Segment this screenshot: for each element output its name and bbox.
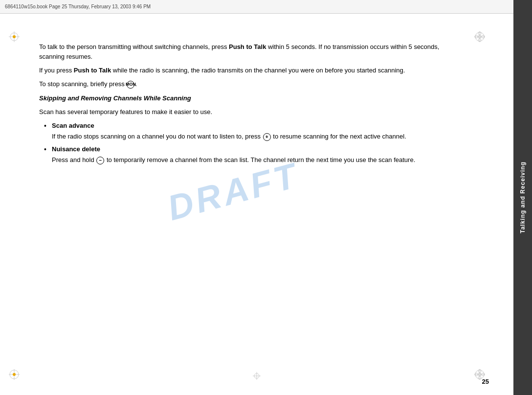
top-bar: 6864110w15o.book Page 25 Thursday, Febru…	[0, 0, 513, 14]
bullet1-text-end: to resume scanning for the next active c…	[271, 133, 406, 140]
svg-point-3	[13, 35, 16, 38]
paragraph-3: To stop scanning, briefly press MON.	[39, 79, 466, 89]
bullet2-text-end: to temporarily remove a channel from the…	[105, 156, 415, 163]
section-heading: Skipping and Removing Channels While Sca…	[39, 93, 466, 103]
bullet-item-nuisance-delete: Nuisance delete Press and hold − to temp…	[44, 144, 466, 165]
bullet1-title: Scan advance	[52, 121, 466, 131]
sidebar-label: Talking and Receiving	[519, 162, 526, 233]
bullet2-title: Nuisance delete	[52, 144, 466, 154]
paragraph-1: To talk to the person transmitting witho…	[39, 42, 466, 62]
svg-point-15	[13, 373, 16, 376]
corner-mark-bottom-left	[9, 369, 20, 381]
minus-button-icon: −	[96, 157, 104, 164]
bullet2-text-start: Press and hold	[52, 156, 96, 163]
paragraph-2: If you press Push to Talk while the radi…	[39, 66, 466, 75]
corner-mark-top-right	[474, 31, 485, 44]
bullet-item-scan-advance: Scan advance If the radio stops scanning…	[44, 121, 466, 141]
bullet1-text-start: If the radio stops scanning on a channel…	[52, 133, 263, 140]
para1-bold: Push to Talk	[229, 43, 266, 50]
para2-bold: Push to Talk	[74, 67, 111, 74]
plus-button-icon: +	[263, 133, 271, 141]
page-content-wrapper: DRAFT To talk to the person transmitting…	[0, 14, 513, 395]
bullet-list: Scan advance If the radio stops scanning…	[44, 121, 466, 165]
corner-mark-top-left	[9, 31, 20, 44]
svg-point-11	[478, 35, 481, 38]
mon-button-icon: MON	[127, 81, 134, 89]
svg-point-23	[478, 373, 481, 376]
file-info-text: 6864110w15o.book Page 25 Thursday, Febru…	[5, 4, 151, 9]
page-number: 25	[482, 378, 489, 385]
para2-text-start: If you press	[39, 67, 74, 74]
para3-text-end: .	[135, 80, 137, 88]
para1-text-start: To talk to the person transmitting witho…	[39, 43, 229, 50]
section-intro: Scan has several temporary features to m…	[39, 107, 466, 117]
main-content: DRAFT To talk to the person transmitting…	[29, 27, 475, 395]
sidebar: Talking and Receiving	[513, 0, 532, 395]
para3-text-start: To stop scanning, briefly press	[39, 80, 126, 88]
para2-text-end: while the radio is scanning, the radio t…	[111, 67, 405, 74]
